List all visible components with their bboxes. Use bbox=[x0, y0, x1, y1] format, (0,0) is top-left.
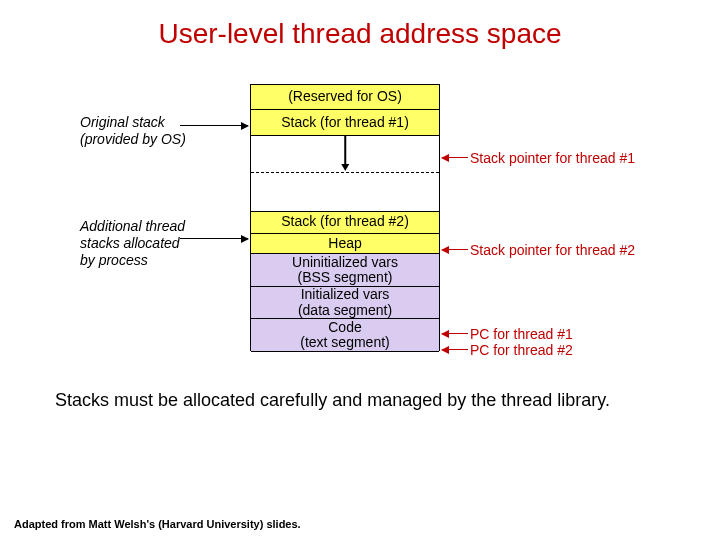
seg-reserved-os: (Reserved for OS) bbox=[251, 84, 439, 110]
label-original-stack: Original stack (provided by OS) bbox=[80, 114, 240, 148]
label-sp-thread1: Stack pointer for thread #1 bbox=[470, 150, 635, 167]
seg-stack-thread1: Stack (for thread #1) bbox=[251, 109, 439, 137]
seg-gap-1 bbox=[251, 135, 439, 173]
seg-text: Code (text segment) bbox=[251, 318, 439, 352]
seg-stack-thread2: Stack (for thread #2) bbox=[251, 210, 439, 234]
diagram-stage: (Reserved for OS) Stack (for thread #1) … bbox=[0, 70, 720, 540]
page-title: User-level thread address space bbox=[0, 0, 720, 50]
arrow-pc-thread1 bbox=[442, 333, 468, 334]
arrow-orig-stack bbox=[180, 125, 248, 126]
label-pc-thread1: PC for thread #1 bbox=[470, 326, 573, 343]
seg-data: Initialized vars (data segment) bbox=[251, 286, 439, 320]
attribution-credit: Adapted from Matt Welsh's (Harvard Unive… bbox=[14, 518, 301, 530]
seg-heap: Heap bbox=[251, 233, 439, 255]
arrow-pc-thread2 bbox=[442, 349, 468, 350]
arrow-addl-stacks bbox=[180, 238, 248, 239]
stack-allocation-note: Stacks must be allocated carefully and m… bbox=[55, 390, 665, 411]
label-sp-thread2: Stack pointer for thread #2 bbox=[470, 242, 635, 259]
stack1-growth-arrow bbox=[344, 136, 346, 171]
arrow-sp-thread1 bbox=[442, 157, 468, 158]
seg-bss: Uninitialized vars (BSS segment) bbox=[251, 253, 439, 287]
label-pc-thread2: PC for thread #2 bbox=[470, 342, 573, 359]
label-additional-stacks: Additional thread stacks allocated by pr… bbox=[80, 218, 240, 268]
memory-column: (Reserved for OS) Stack (for thread #1) … bbox=[250, 84, 440, 351]
seg-gap-2 bbox=[251, 172, 439, 212]
arrow-sp-thread2 bbox=[442, 249, 468, 250]
